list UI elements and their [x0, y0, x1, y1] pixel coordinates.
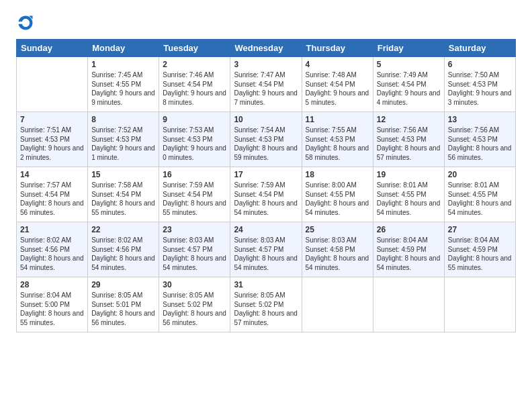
day-number: 25 — [306, 225, 369, 234]
cell-content: Sunrise: 7:51 AMSunset: 4:53 PMDaylight:… — [20, 126, 84, 161]
calendar-cell: 23Sunrise: 8:03 AMSunset: 4:57 PMDayligh… — [159, 222, 230, 277]
calendar-cell: 4Sunrise: 7:48 AMSunset: 4:54 PMDaylight… — [302, 57, 373, 112]
day-number: 5 — [377, 60, 441, 69]
weekday-saturday: Saturday — [444, 40, 515, 57]
calendar-page: SundayMondayTuesdayWednesdayThursdayFrid… — [0, 0, 532, 411]
calendar-cell: 2Sunrise: 7:46 AMSunset: 4:54 PMDaylight… — [159, 57, 230, 112]
calendar-cell: 19Sunrise: 8:01 AMSunset: 4:55 PMDayligh… — [373, 167, 444, 222]
calendar-cell: 31Sunrise: 8:05 AMSunset: 5:02 PMDayligh… — [230, 277, 302, 332]
calendar-cell: 15Sunrise: 7:58 AMSunset: 4:54 PMDayligh… — [88, 167, 159, 222]
calendar-cell: 25Sunrise: 8:03 AMSunset: 4:58 PMDayligh… — [302, 222, 373, 277]
cell-content: Sunrise: 7:56 AMSunset: 4:53 PMDaylight:… — [377, 126, 441, 161]
calendar-cell: 8Sunrise: 7:52 AMSunset: 4:53 PMDaylight… — [88, 112, 159, 167]
calendar-cell: 11Sunrise: 7:55 AMSunset: 4:53 PMDayligh… — [302, 112, 373, 167]
logo-icon — [16, 13, 35, 32]
cell-content: Sunrise: 8:05 AMSunset: 5:01 PMDaylight:… — [91, 291, 155, 326]
day-number: 14 — [20, 170, 84, 179]
header — [16, 13, 516, 32]
calendar-cell: 26Sunrise: 8:04 AMSunset: 4:59 PMDayligh… — [373, 222, 444, 277]
day-number: 31 — [234, 280, 298, 289]
cell-content: Sunrise: 7:59 AMSunset: 4:54 PMDaylight:… — [163, 181, 226, 216]
day-number: 26 — [377, 225, 441, 234]
day-number: 22 — [91, 225, 155, 234]
cell-content: Sunrise: 7:56 AMSunset: 4:53 PMDaylight:… — [448, 126, 512, 161]
weekday-sunday: Sunday — [17, 40, 88, 57]
calendar-cell: 14Sunrise: 7:57 AMSunset: 4:54 PMDayligh… — [17, 167, 88, 222]
cell-content: Sunrise: 8:02 AMSunset: 4:56 PMDaylight:… — [20, 236, 84, 271]
day-number: 23 — [163, 225, 226, 234]
cell-content: Sunrise: 8:01 AMSunset: 4:55 PMDaylight:… — [377, 181, 441, 216]
day-number: 1 — [91, 60, 155, 69]
day-number: 30 — [163, 280, 226, 289]
cell-content: Sunrise: 7:46 AMSunset: 4:54 PMDaylight:… — [163, 71, 226, 106]
calendar-table: SundayMondayTuesdayWednesdayThursdayFrid… — [16, 39, 516, 332]
calendar-cell: 16Sunrise: 7:59 AMSunset: 4:54 PMDayligh… — [159, 167, 230, 222]
day-number: 3 — [234, 60, 298, 69]
day-number: 21 — [20, 225, 84, 234]
cell-content: Sunrise: 7:45 AMSunset: 4:55 PMDaylight:… — [91, 71, 155, 106]
week-row-4: 21Sunrise: 8:02 AMSunset: 4:56 PMDayligh… — [17, 222, 516, 277]
day-number: 13 — [448, 115, 512, 124]
calendar-cell: 28Sunrise: 8:04 AMSunset: 5:00 PMDayligh… — [17, 277, 88, 332]
day-number: 11 — [306, 115, 369, 124]
day-number: 16 — [163, 170, 226, 179]
week-row-2: 7Sunrise: 7:51 AMSunset: 4:53 PMDaylight… — [17, 112, 516, 167]
week-row-3: 14Sunrise: 7:57 AMSunset: 4:54 PMDayligh… — [17, 167, 516, 222]
cell-content: Sunrise: 7:58 AMSunset: 4:54 PMDaylight:… — [91, 181, 155, 216]
cell-content: Sunrise: 7:54 AMSunset: 4:53 PMDaylight:… — [234, 126, 298, 161]
calendar-cell: 30Sunrise: 8:05 AMSunset: 5:02 PMDayligh… — [159, 277, 230, 332]
cell-content: Sunrise: 7:50 AMSunset: 4:53 PMDaylight:… — [448, 71, 512, 106]
calendar-cell: 17Sunrise: 7:59 AMSunset: 4:54 PMDayligh… — [230, 167, 302, 222]
calendar-cell: 21Sunrise: 8:02 AMSunset: 4:56 PMDayligh… — [17, 222, 88, 277]
calendar-cell: 3Sunrise: 7:47 AMSunset: 4:54 PMDaylight… — [230, 57, 302, 112]
cell-content: Sunrise: 7:53 AMSunset: 4:53 PMDaylight:… — [163, 126, 226, 161]
cell-content: Sunrise: 7:52 AMSunset: 4:53 PMDaylight:… — [91, 126, 155, 161]
calendar-cell: 24Sunrise: 8:03 AMSunset: 4:57 PMDayligh… — [230, 222, 302, 277]
calendar-cell — [373, 277, 444, 332]
calendar-cell: 12Sunrise: 7:56 AMSunset: 4:53 PMDayligh… — [373, 112, 444, 167]
day-number: 7 — [20, 115, 84, 124]
day-number: 2 — [163, 60, 226, 69]
cell-content: Sunrise: 8:04 AMSunset: 4:59 PMDaylight:… — [377, 236, 441, 271]
calendar-cell: 27Sunrise: 8:04 AMSunset: 4:59 PMDayligh… — [444, 222, 515, 277]
calendar-cell: 20Sunrise: 8:01 AMSunset: 4:55 PMDayligh… — [444, 167, 515, 222]
cell-content: Sunrise: 7:49 AMSunset: 4:54 PMDaylight:… — [377, 71, 441, 106]
cell-content: Sunrise: 8:04 AMSunset: 4:59 PMDaylight:… — [448, 236, 512, 271]
day-number: 28 — [20, 280, 84, 289]
week-row-5: 28Sunrise: 8:04 AMSunset: 5:00 PMDayligh… — [17, 277, 516, 332]
weekday-thursday: Thursday — [302, 40, 373, 57]
day-number: 10 — [234, 115, 298, 124]
calendar-cell: 18Sunrise: 8:00 AMSunset: 4:55 PMDayligh… — [302, 167, 373, 222]
calendar-cell: 10Sunrise: 7:54 AMSunset: 4:53 PMDayligh… — [230, 112, 302, 167]
weekday-tuesday: Tuesday — [159, 40, 230, 57]
day-number: 9 — [163, 115, 226, 124]
day-number: 29 — [91, 280, 155, 289]
cell-content: Sunrise: 7:57 AMSunset: 4:54 PMDaylight:… — [20, 181, 84, 216]
cell-content: Sunrise: 8:03 AMSunset: 4:57 PMDaylight:… — [163, 236, 226, 271]
calendar-cell — [302, 277, 373, 332]
cell-content: Sunrise: 7:47 AMSunset: 4:54 PMDaylight:… — [234, 71, 298, 106]
cell-content: Sunrise: 8:03 AMSunset: 4:58 PMDaylight:… — [306, 236, 369, 271]
day-number: 27 — [448, 225, 512, 234]
cell-content: Sunrise: 8:05 AMSunset: 5:02 PMDaylight:… — [163, 291, 226, 326]
cell-content: Sunrise: 8:01 AMSunset: 4:55 PMDaylight:… — [448, 181, 512, 216]
calendar-cell: 5Sunrise: 7:49 AMSunset: 4:54 PMDaylight… — [373, 57, 444, 112]
day-number: 8 — [91, 115, 155, 124]
logo — [16, 13, 38, 32]
day-number: 17 — [234, 170, 298, 179]
cell-content: Sunrise: 8:05 AMSunset: 5:02 PMDaylight:… — [234, 291, 298, 326]
week-row-1: 1Sunrise: 7:45 AMSunset: 4:55 PMDaylight… — [17, 57, 516, 112]
day-number: 15 — [91, 170, 155, 179]
cell-content: Sunrise: 8:03 AMSunset: 4:57 PMDaylight:… — [234, 236, 298, 271]
day-number: 12 — [377, 115, 441, 124]
weekday-wednesday: Wednesday — [230, 40, 302, 57]
calendar-cell: 7Sunrise: 7:51 AMSunset: 4:53 PMDaylight… — [17, 112, 88, 167]
cell-content: Sunrise: 7:59 AMSunset: 4:54 PMDaylight:… — [234, 181, 298, 216]
cell-content: Sunrise: 7:48 AMSunset: 4:54 PMDaylight:… — [306, 71, 369, 106]
calendar-cell — [444, 277, 515, 332]
calendar-cell: 9Sunrise: 7:53 AMSunset: 4:53 PMDaylight… — [159, 112, 230, 167]
weekday-friday: Friday — [373, 40, 444, 57]
day-number: 20 — [448, 170, 512, 179]
cell-content: Sunrise: 8:00 AMSunset: 4:55 PMDaylight:… — [306, 181, 369, 216]
day-number: 18 — [306, 170, 369, 179]
